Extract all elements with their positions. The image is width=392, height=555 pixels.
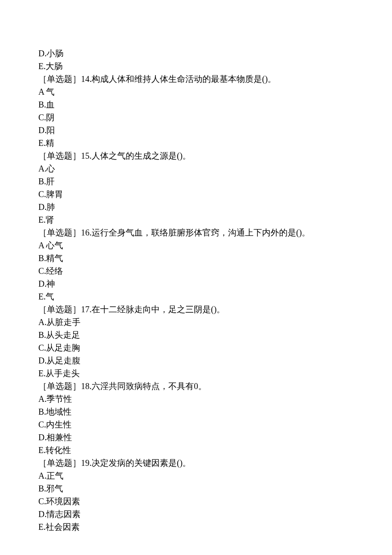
question-18: ［单选题］18.六淫共同致病特点，不具有0。 (38, 380, 354, 392)
option-a: A.正气 (38, 469, 354, 482)
document-page: D.小肠 E.大肠 ［单选题］14.构成人体和维持人体生命活动的最基本物质是()… (0, 0, 392, 555)
option-a: A.心 (38, 162, 354, 175)
question-16: ［单选题］16.运行全身气血，联络脏腑形体官窍，沟通上下内外的是()。 (38, 226, 354, 239)
option-a: A.从脏走手 (38, 316, 354, 328)
option-a: A 气 (38, 85, 354, 98)
option-b: B.血 (38, 98, 354, 111)
option-e: E.社会因素 (38, 520, 354, 533)
option-e: E.从手走头 (38, 367, 354, 380)
option-b: B.地域性 (38, 405, 354, 418)
option-d: D.从足走腹 (38, 354, 354, 367)
option-d: D.相兼性 (38, 431, 354, 444)
option-e: E.肾 (38, 213, 354, 226)
option-a: A.季节性 (38, 392, 354, 405)
option-c: C.阴 (38, 111, 354, 124)
option-d: D.小肠 (38, 47, 354, 60)
option-b: B.精气 (38, 252, 354, 264)
option-e: E.精 (38, 137, 354, 149)
question-14: ［单选题］14.构成人体和维持人体生命活动的最基本物质是()。 (38, 73, 354, 85)
option-c: C.脾胃 (38, 188, 354, 200)
option-c: C.环境因素 (38, 495, 354, 508)
option-b: B.从头走足 (38, 328, 354, 341)
option-c: C.从足走胸 (38, 341, 354, 354)
question-19: ［单选题］19.决定发病的关键因素是()。 (38, 456, 354, 469)
option-d: D.神 (38, 277, 354, 290)
option-c: C.内生性 (38, 418, 354, 431)
option-c: C.经络 (38, 264, 354, 277)
option-d: D.情志因素 (38, 508, 354, 520)
option-d: D.阳 (38, 124, 354, 137)
option-e: E.大肠 (38, 60, 354, 73)
option-d: D.肺 (38, 200, 354, 213)
question-17: ［单选题］17.在十二经脉走向中，足之三阴是()。 (38, 303, 354, 316)
question-15: ［单选题］15.人体之气的生成之源是()。 (38, 149, 354, 162)
option-e: E.气 (38, 290, 354, 303)
option-a: A 心气 (38, 239, 354, 252)
option-b: B.肝 (38, 175, 354, 188)
option-b: B.邪气 (38, 482, 354, 495)
option-e: E.转化性 (38, 444, 354, 456)
